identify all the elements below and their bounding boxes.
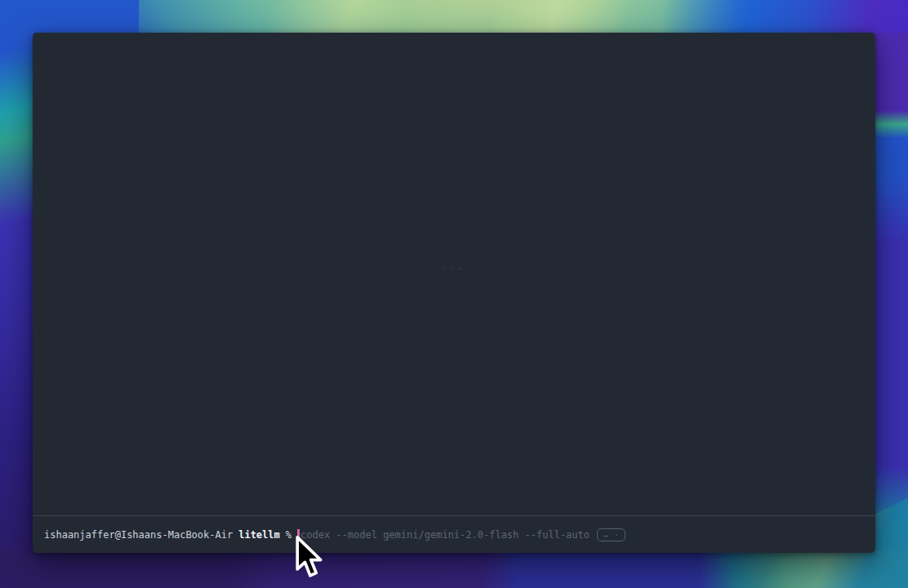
terminal-prompt-line[interactable]: ishaanjaffer@Ishaans-MacBook-Airlitellm%… (44, 517, 867, 553)
wallpaper-light-beams (269, 0, 727, 34)
terminal-scrollback: ··· (33, 33, 875, 516)
input-area-divider (33, 515, 875, 516)
autosuggestion-text[interactable]: codex --model gemini/gemini-2.0-flash --… (300, 529, 590, 541)
desktop-wallpaper: ··· ishaanjaffer@Ishaans-MacBook-Airlite… (0, 0, 908, 588)
terminal-window[interactable]: ··· ishaanjaffer@Ishaans-MacBook-Airlite… (33, 33, 875, 553)
collapsed-output-indicator: ··· (33, 264, 875, 274)
mouse-cursor (292, 535, 323, 579)
prompt-directory: litellm (238, 529, 280, 541)
prompt-symbol: % (286, 529, 292, 541)
accept-suggestion-key-badge: → · (597, 528, 625, 541)
prompt-user-host: ishaanjaffer@Ishaans-MacBook-Air (44, 529, 233, 541)
wallpaper-top-right-band (663, 0, 908, 36)
